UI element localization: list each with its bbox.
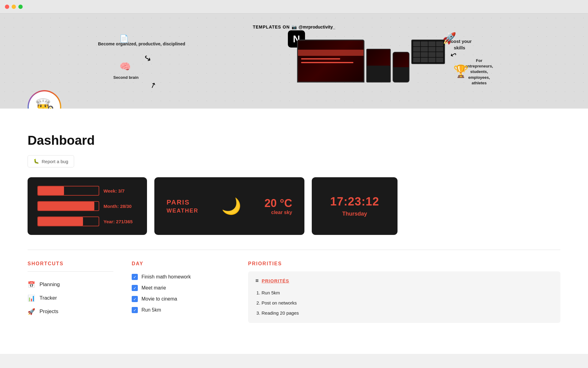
banner-annotations: Become organized, productive, discipline… (0, 13, 588, 109)
shortcuts-section: SHORTCUTS 📅 Planning 📊 Tracker 🚀 Project… (28, 261, 113, 323)
task-run: ✓ Run 5km (132, 305, 230, 316)
arrow-1: ↪ (142, 52, 153, 64)
clock-time: 17:23:12 (330, 195, 379, 208)
year-bar-fill (38, 217, 83, 226)
month-bar-fill (38, 202, 94, 210)
task-marie-label: Meet marie (141, 285, 166, 291)
shortcut-projects[interactable]: 🚀 Projects (28, 305, 113, 318)
stats-row: Week: 3/7 Month: 28/30 Year: 271/365 PAR… (28, 177, 560, 235)
tagline-for: Forentrepreneurs,students,employees,athl… (465, 58, 493, 86)
shortcuts-divider (28, 271, 113, 272)
year-bar-bg (37, 217, 99, 226)
instagram-handle: @mrproductivity_ (299, 25, 335, 29)
priorities-card-title: PRIORITÉS (262, 278, 289, 283)
bottom-section: SHORTCUTS 📅 Planning 📊 Tracker 🚀 Project… (28, 261, 560, 323)
week-bar-fill (38, 186, 64, 195)
rocket-emoji: 🚀 (443, 32, 456, 45)
planning-label: Planning (40, 282, 60, 288)
weather-label: WEATHER (167, 208, 198, 214)
arrow-2: ↗ (149, 80, 157, 90)
task-math-label: Finish math homework (141, 274, 191, 280)
templates-on-text: TEMPLATES ON (253, 25, 290, 29)
month-label: Month: 28/30 (104, 204, 137, 209)
month-bar-bg (37, 201, 99, 211)
weather-temp-area: 20 °C clear sky (265, 197, 292, 215)
weather-description: clear sky (265, 210, 292, 215)
devices-container (297, 40, 445, 82)
task-run-checkbox[interactable]: ✓ (132, 307, 138, 313)
year-progress: Year: 271/365 (37, 217, 137, 226)
month-progress: Month: 28/30 (37, 201, 137, 211)
weather-icon: 🌙 (221, 197, 241, 216)
day-section: DAY ✓ Finish math homework ✓ Meet marie … (132, 261, 230, 323)
minimize-button[interactable] (12, 5, 16, 9)
priorities-icon: ≡ (255, 278, 259, 284)
priorities-section: PRIORITIES ≡ PRIORITÉS Run 5km Post on n… (248, 261, 560, 323)
trophy-emoji: 🏆 (453, 64, 469, 79)
page-title: Dashboard (28, 133, 560, 148)
task-run-label: Run 5km (141, 307, 161, 313)
priorities-header: ≡ PRIORITÉS (255, 278, 553, 284)
device-laptop (297, 40, 364, 82)
week-bar-bg (37, 186, 99, 196)
laptop-screen (298, 40, 364, 82)
priority-list: Run 5km Post on networks Reading 20 page… (255, 289, 553, 317)
device-tablet (366, 49, 391, 82)
maximize-button[interactable] (18, 5, 23, 9)
day-title: DAY (132, 261, 230, 266)
bug-icon: 🐛 (33, 159, 39, 164)
week-progress: Week: 3/7 (37, 186, 137, 196)
priorities-card: ≡ PRIORITÉS Run 5km Post on networks Rea… (248, 271, 560, 323)
weather-location: PARIS WEATHER (167, 198, 198, 214)
arrow-3: ↪ (448, 49, 458, 60)
planning-icon: 📅 (28, 281, 35, 288)
weather-card: PARIS WEATHER 🌙 20 °C clear sky (154, 177, 304, 235)
projects-label: Projects (40, 309, 58, 315)
weather-city: PARIS (167, 198, 198, 206)
tracker-label: Tracker (40, 295, 57, 301)
device-phone (393, 52, 409, 82)
brain-emoji: 🧠 (119, 61, 131, 72)
task-marie-checkbox[interactable]: ✓ (132, 285, 138, 291)
instagram-icon: 📷 (292, 25, 297, 29)
banner: Become organized, productive, discipline… (0, 13, 588, 109)
priority-item-1: Run 5km (262, 289, 553, 297)
task-cinema: ✓ Movie to cinema (132, 293, 230, 305)
year-label: Year: 271/365 (104, 219, 137, 224)
device-grid (411, 40, 445, 64)
window-chrome (0, 0, 588, 13)
priorities-title: PRIORITIES (248, 261, 560, 266)
section-divider (28, 250, 560, 250)
clock-day: Thursday (342, 211, 367, 217)
task-marie: ✓ Meet marie (132, 282, 230, 293)
close-button[interactable] (5, 5, 9, 9)
report-bug-label: Report a bug (42, 159, 68, 164)
task-math-checkbox[interactable]: ✓ (132, 274, 138, 280)
tagline-brain: Second brain (113, 75, 138, 80)
task-math: ✓ Finish math homework (132, 271, 230, 282)
projects-icon: 🚀 (28, 308, 35, 315)
tracker-icon: 📊 (28, 294, 35, 302)
weather-temp: 20 °C (265, 197, 292, 210)
clock-card: 17:23:12 Thursday (312, 177, 398, 235)
priority-item-3: Reading 20 pages (262, 309, 553, 317)
avatar: 👨‍🍳 (29, 91, 60, 109)
page-emoji: 📄 (119, 34, 129, 43)
instagram-label: TEMPLATES ON 📷 @mrproductivity_ (253, 25, 335, 29)
task-cinema-label: Movie to cinema (141, 296, 177, 302)
shortcuts-title: SHORTCUTS (28, 261, 113, 266)
progress-card: Week: 3/7 Month: 28/30 Year: 271/365 (28, 177, 147, 235)
priority-item-2: Post on networks (262, 299, 553, 307)
tagline-organized: Become organized, productive, discipline… (98, 41, 185, 47)
report-bug-button[interactable]: 🐛 Report a bug (28, 155, 74, 167)
shortcut-planning[interactable]: 📅 Planning (28, 278, 113, 291)
main-content: Dashboard 🐛 Report a bug Week: 3/7 Month… (0, 109, 588, 354)
avatar-container: 👨‍🍳 ✓ (28, 90, 61, 109)
avatar-ring: 👨‍🍳 (28, 90, 61, 109)
task-cinema-checkbox[interactable]: ✓ (132, 296, 138, 302)
shortcut-tracker[interactable]: 📊 Tracker (28, 291, 113, 305)
week-label: Week: 3/7 (104, 188, 137, 194)
